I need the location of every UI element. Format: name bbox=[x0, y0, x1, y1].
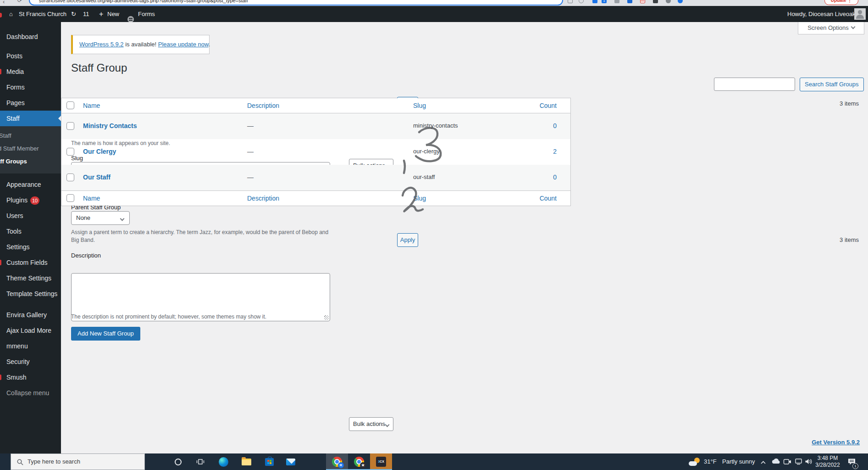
howdy-account-menu[interactable]: Howdy, Diocesan Liveoak bbox=[787, 6, 856, 22]
site-name-menu[interactable]: St Francis Church bbox=[19, 6, 66, 22]
address-bar[interactable]: stfrancislive.diocesanweb.org/wp-admin/e… bbox=[29, 0, 563, 6]
lastpass-icon[interactable]: ••• bbox=[640, 0, 645, 3]
task-view-button[interactable] bbox=[189, 453, 211, 470]
column-footer-description[interactable]: Description bbox=[247, 195, 279, 202]
start-button[interactable] bbox=[0, 458, 4, 465]
sidebar-item-settings[interactable]: Settings bbox=[0, 239, 61, 255]
share-icon[interactable] bbox=[568, 0, 573, 3]
sidebar-item-users[interactable]: Users bbox=[0, 208, 61, 224]
parent-staff-group-select[interactable]: None bbox=[71, 211, 130, 225]
table-row: Our Staff — our-staff 0 bbox=[61, 165, 570, 190]
sidebar-item-dashboard[interactable]: Dashboard bbox=[0, 29, 61, 45]
sidebar-item-smush[interactable]: Smush bbox=[0, 369, 61, 385]
network-icon[interactable] bbox=[795, 458, 803, 467]
sidebar-item-theme-settings[interactable]: Theme Settings bbox=[0, 270, 61, 286]
cortana-button[interactable] bbox=[167, 453, 189, 470]
add-new-staff-group-button[interactable]: Add New Staff Group bbox=[71, 327, 140, 341]
back-icon[interactable]: ‹ bbox=[3, 0, 5, 5]
term-count-link[interactable]: 2 bbox=[553, 148, 557, 155]
gravity-forms-icon[interactable] bbox=[127, 11, 134, 17]
collapse-menu-button[interactable]: Collapse menu bbox=[0, 385, 61, 401]
get-version-link[interactable]: Get Version 5.9.2 bbox=[812, 439, 860, 446]
column-header-slug[interactable]: Slug bbox=[413, 102, 426, 109]
3cx-app-button[interactable]: 3CX bbox=[370, 453, 392, 470]
chrome-profile-r-button[interactable]: R bbox=[326, 453, 348, 470]
term-name-link[interactable]: Ministry Contacts bbox=[83, 122, 137, 129]
term-count-link[interactable]: 0 bbox=[553, 122, 557, 129]
term-name-link[interactable]: Our Staff bbox=[83, 173, 111, 181]
sidebar-item-media[interactable]: Media bbox=[0, 64, 61, 79]
row-checkbox[interactable] bbox=[66, 122, 74, 130]
extension-badge-icon[interactable]: 1 bbox=[602, 0, 607, 3]
extension-icon[interactable] bbox=[592, 0, 597, 3]
row-checkbox[interactable] bbox=[66, 148, 74, 156]
bookmark-star-icon[interactable] bbox=[579, 0, 584, 3]
select-all-checkbox[interactable] bbox=[66, 194, 74, 202]
chrome-profile-star-button[interactable]: ★ bbox=[348, 453, 370, 470]
column-header-count[interactable]: Count bbox=[540, 102, 557, 109]
microsoft-store-button[interactable] bbox=[258, 453, 280, 470]
bulk-actions-select-bottom[interactable]: Bulk actions bbox=[349, 417, 393, 431]
column-footer-slug[interactable]: Slug bbox=[413, 195, 426, 202]
home-extension-icon[interactable] bbox=[653, 0, 658, 3]
wordpress-version-link[interactable]: WordPress 5.9.2 bbox=[79, 41, 124, 48]
new-content-menu[interactable]: New bbox=[107, 6, 119, 22]
weather-temperature[interactable]: 31°F bbox=[704, 458, 717, 465]
taskbar-search-box[interactable]: Type here to search bbox=[11, 453, 145, 470]
apply-button-bottom[interactable]: Apply bbox=[397, 233, 418, 247]
user-avatar[interactable] bbox=[854, 8, 866, 20]
submenu-all-staff[interactable]: All Staff bbox=[0, 129, 61, 142]
updates-icon[interactable]: ↻ bbox=[71, 6, 76, 22]
column-header-name[interactable]: Name bbox=[83, 102, 100, 109]
edge-button[interactable] bbox=[212, 453, 234, 470]
sidebar-item-envira-gallery[interactable]: Envira Gallery bbox=[0, 307, 61, 323]
forms-menu[interactable]: Forms bbox=[138, 6, 155, 22]
select-all-checkbox[interactable] bbox=[66, 101, 74, 109]
sidebar-item-ajax-load-more[interactable]: Ajax Load More bbox=[0, 323, 61, 338]
profile-avatar[interactable] bbox=[678, 0, 683, 3]
extension-icon[interactable] bbox=[627, 0, 632, 3]
site-home-icon[interactable]: ⌂ bbox=[9, 6, 13, 22]
items-count-top: 3 items bbox=[767, 100, 859, 107]
column-footer-count[interactable]: Count bbox=[540, 195, 557, 202]
sidebar-item-mmenu[interactable]: mmenu bbox=[0, 338, 61, 354]
row-checkbox[interactable] bbox=[66, 173, 74, 181]
submenu-staff-groups[interactable]: Staff Groups bbox=[0, 155, 61, 168]
sidebar-item-forms[interactable]: Forms bbox=[0, 79, 61, 95]
sidebar-item-staff[interactable]: Staff bbox=[0, 111, 61, 126]
sidebar-item-security[interactable]: Security bbox=[0, 354, 61, 369]
sidebar-item-template-settings[interactable]: Template Settings bbox=[0, 286, 61, 302]
term-name-link[interactable]: Our Clergy bbox=[83, 148, 116, 155]
screen-options-button[interactable]: Screen Options bbox=[798, 22, 864, 34]
column-footer-name[interactable]: Name bbox=[83, 195, 100, 202]
sidebar-item-custom-fields[interactable]: Custom Fields bbox=[0, 255, 61, 270]
search-staff-groups-button[interactable]: Search Staff Groups bbox=[800, 78, 864, 91]
term-count-link[interactable]: 0 bbox=[553, 173, 557, 181]
puzzle-icon[interactable] bbox=[666, 0, 671, 3]
weather-description[interactable]: Partly sunny bbox=[722, 458, 755, 465]
plus-icon[interactable]: + bbox=[99, 6, 103, 22]
submenu-add-staff-member[interactable]: Add Staff Member bbox=[0, 142, 61, 155]
action-center-button[interactable]: 1 bbox=[847, 458, 856, 467]
extension-icon[interactable] bbox=[614, 0, 619, 3]
onedrive-icon[interactable] bbox=[771, 458, 780, 466]
sidebar-item-plugins[interactable]: Plugins10 bbox=[0, 192, 61, 208]
meet-now-icon[interactable] bbox=[783, 458, 791, 467]
sidebar-item-tools[interactable]: Tools bbox=[0, 224, 61, 239]
search-placeholder-text: Type here to search bbox=[28, 458, 80, 465]
taskbar-clock[interactable]: 3:48 PM 3/28/2022 bbox=[813, 455, 843, 469]
sidebar-item-pages[interactable]: Pages bbox=[0, 95, 61, 111]
column-header-description[interactable]: Description bbox=[247, 102, 279, 109]
updates-count[interactable]: 11 bbox=[83, 6, 89, 22]
sidebar-item-posts[interactable]: Posts bbox=[0, 48, 61, 64]
mail-button[interactable] bbox=[280, 453, 302, 470]
volume-icon[interactable] bbox=[805, 458, 813, 467]
file-explorer-button[interactable] bbox=[235, 453, 257, 470]
search-staff-groups-input[interactable] bbox=[714, 78, 795, 91]
show-hidden-icons-chevron[interactable] bbox=[760, 458, 766, 466]
please-update-link[interactable]: Please update now bbox=[158, 41, 209, 48]
chrome-update-button[interactable]: Update ⋮ bbox=[824, 0, 858, 5]
reload-icon[interactable]: ⟳ bbox=[17, 0, 22, 4]
sidebar-item-appearance[interactable]: Appearance bbox=[0, 177, 61, 192]
weather-icon[interactable] bbox=[689, 458, 700, 466]
